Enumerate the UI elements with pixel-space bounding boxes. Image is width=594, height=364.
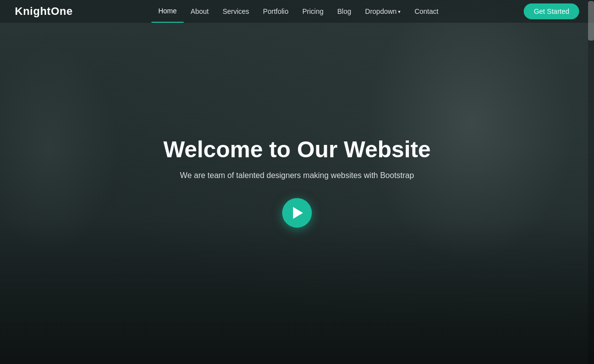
nav-link-contact[interactable]: Contact bbox=[407, 0, 445, 23]
hero-subtitle: We are team of talented designers making… bbox=[124, 172, 470, 181]
nav-item-home[interactable]: Home bbox=[151, 0, 184, 23]
get-started-button[interactable]: Get Started bbox=[524, 3, 579, 19]
nav-link-services[interactable]: Services bbox=[216, 0, 256, 23]
nav-item-contact[interactable]: Contact bbox=[407, 0, 445, 23]
brand-logo[interactable]: KnightOne bbox=[15, 5, 73, 18]
play-video-button[interactable] bbox=[282, 198, 312, 228]
nav-link-portfolio[interactable]: Portfolio bbox=[256, 0, 295, 23]
nav-item-blog[interactable]: Blog bbox=[331, 0, 358, 23]
nav-link-dropdown[interactable]: Dropdown ▾ bbox=[358, 0, 408, 23]
nav-item-services[interactable]: Services bbox=[216, 0, 256, 23]
hero-content: Welcome to Our Website We are team of ta… bbox=[124, 136, 470, 228]
nav-item-pricing[interactable]: Pricing bbox=[296, 0, 331, 23]
scrollbar-thumb[interactable] bbox=[588, 1, 594, 41]
nav-item-portfolio[interactable]: Portfolio bbox=[256, 0, 295, 23]
hero-section: KnightOne Home About Services Portfolio … bbox=[0, 0, 594, 364]
nav-link-about[interactable]: About bbox=[184, 0, 216, 23]
nav-menu: Home About Services Portfolio Pricing Bl… bbox=[151, 0, 446, 23]
nav-item-dropdown[interactable]: Dropdown ▾ bbox=[358, 0, 408, 23]
scrollbar[interactable] bbox=[588, 0, 594, 364]
nav-link-blog[interactable]: Blog bbox=[331, 0, 358, 23]
nav-link-home[interactable]: Home bbox=[151, 0, 184, 23]
navbar: KnightOne Home About Services Portfolio … bbox=[0, 0, 594, 23]
chevron-down-icon: ▾ bbox=[398, 9, 400, 14]
play-icon bbox=[293, 207, 303, 219]
hero-title: Welcome to Our Website bbox=[124, 136, 470, 163]
nav-item-about[interactable]: About bbox=[184, 0, 216, 23]
nav-link-pricing[interactable]: Pricing bbox=[296, 0, 331, 23]
